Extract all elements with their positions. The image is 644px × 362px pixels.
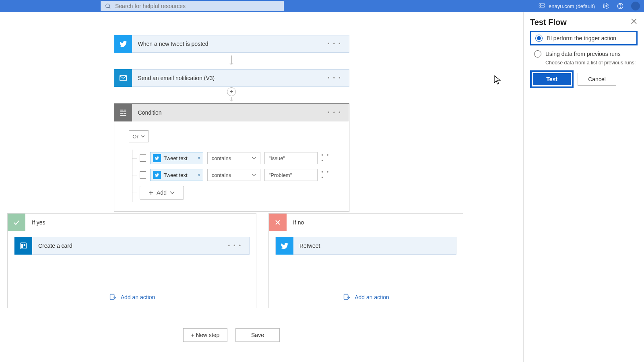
svg-point-0 [106, 4, 109, 8]
remove-token-icon[interactable]: × [198, 155, 200, 161]
logic-label: Or [132, 134, 138, 140]
trello-icon [14, 237, 32, 255]
rule-menu-icon[interactable]: • • • [322, 152, 334, 164]
branch-yes-header[interactable]: If yes [8, 214, 256, 231]
svg-point-8 [620, 7, 620, 8]
radio-manual[interactable]: I'll perform the trigger action [530, 31, 638, 45]
add-rule-row: Add [132, 183, 334, 202]
environment-label: enayu.com (default) [549, 3, 595, 9]
rule-tree: Tweet text × contains "Issue" • • • [132, 150, 334, 202]
chevron-down-icon [252, 173, 256, 177]
environment-picker[interactable]: enayu.com (default) [538, 2, 595, 10]
branch-yes: If yes Create a card • • • Add an action [7, 213, 256, 308]
condition-card[interactable]: Condition • • • Or Tweet text × [114, 103, 349, 212]
branch-no-header[interactable]: If no [269, 214, 463, 231]
rule-token-label: Tweet text [163, 155, 187, 161]
add-action-yes[interactable]: Add an action [109, 293, 155, 301]
rule-operator-label: contains [212, 172, 231, 178]
step-retweet[interactable]: Retweet [275, 237, 456, 255]
logic-selector[interactable]: Or [129, 130, 149, 142]
step-menu-icon[interactable]: • • • [328, 110, 341, 115]
rule-value[interactable]: "Issue" [264, 152, 318, 164]
add-rule-label: Add [157, 189, 167, 196]
settings-icon[interactable] [602, 2, 609, 10]
rule-menu-icon[interactable]: • • • [322, 169, 334, 181]
cancel-button[interactable]: Cancel [578, 73, 616, 86]
condition-title: Condition [132, 109, 162, 116]
rule-checkbox[interactable] [140, 154, 147, 162]
twitter-icon [114, 35, 132, 53]
step-menu-icon[interactable]: • • • [228, 243, 242, 249]
topbar-right: enayu.com (default) [538, 0, 640, 12]
step-menu-icon[interactable]: • • • [328, 41, 341, 47]
search-icon [105, 3, 111, 9]
radio-manual-label: I'll perform the trigger action [547, 35, 616, 41]
svg-rect-15 [21, 244, 23, 248]
radio-previous-hint: Choose data from a list of previous runs… [530, 60, 638, 66]
chevron-down-icon [141, 134, 145, 138]
step-email[interactable]: Send an email notification (V3) • • • [114, 69, 349, 87]
close-icon [631, 19, 637, 24]
test-button[interactable]: Test [533, 73, 571, 85]
step-trigger[interactable]: When a new tweet is posted • • • [114, 35, 349, 53]
add-action-icon [109, 293, 117, 301]
condition-body: Or Tweet text × contains [114, 121, 349, 212]
add-action-icon [343, 293, 351, 301]
new-step-button[interactable]: + New step [183, 328, 227, 342]
save-button[interactable]: Save [235, 328, 280, 342]
panel-title: Test Flow [530, 18, 638, 27]
search-input[interactable] [115, 3, 280, 9]
bottom-actions: + New step Save [0, 328, 463, 342]
rule-token[interactable]: Tweet text × [150, 152, 203, 164]
condition-branches: If yes Create a card • • • Add an action [7, 213, 463, 308]
rule-row: Tweet text × contains "Problem" • • • [132, 167, 334, 183]
radio-previous-label: Using data from previous runs [545, 51, 621, 57]
rule-value-text: "Issue" [269, 155, 285, 161]
step-create-card[interactable]: Create a card • • • [14, 237, 250, 255]
rule-value[interactable]: "Problem" [264, 169, 318, 181]
rule-token[interactable]: Tweet text × [150, 169, 203, 181]
insert-step-button[interactable]: + [227, 87, 236, 96]
radio-icon [534, 50, 541, 58]
step-create-card-label: Create a card [32, 243, 72, 249]
avatar[interactable] [631, 2, 640, 10]
top-bar: enayu.com (default) [0, 0, 644, 12]
rule-value-text: "Problem" [269, 172, 292, 178]
add-rule-button[interactable]: Add [140, 186, 184, 200]
add-action-label: Add an action [355, 294, 389, 300]
rule-operator-label: contains [212, 155, 231, 161]
rule-operator[interactable]: contains [207, 152, 260, 164]
radio-icon [535, 35, 543, 42]
chevron-down-icon [252, 156, 256, 160]
add-action-no[interactable]: Add an action [343, 293, 389, 301]
chevron-down-icon [170, 190, 175, 195]
close-panel-button[interactable] [630, 17, 638, 26]
rule-operator[interactable]: contains [207, 169, 260, 181]
condition-icon [114, 104, 132, 121]
step-retweet-label: Retweet [293, 243, 320, 249]
search-box[interactable] [101, 1, 284, 11]
radio-previous[interactable]: Using data from previous runs [530, 49, 638, 59]
rule-token-label: Tweet text [163, 172, 187, 178]
flow-canvas: When a new tweet is posted • • • Send an… [0, 12, 463, 362]
connector-with-plus: + [227, 87, 236, 103]
plus-icon [149, 190, 153, 195]
remove-token-icon[interactable]: × [198, 172, 200, 178]
environment-icon [538, 2, 545, 10]
connector-arrow [229, 53, 234, 69]
twitter-icon [153, 154, 161, 162]
mail-icon [114, 69, 132, 87]
rule-row: Tweet text × contains "Issue" • • • [132, 150, 334, 167]
svg-point-5 [540, 6, 541, 7]
step-trigger-label: When a new tweet is posted [132, 41, 208, 47]
twitter-icon [276, 237, 293, 255]
close-icon [269, 214, 287, 231]
help-icon[interactable] [617, 2, 624, 10]
svg-rect-17 [110, 294, 114, 300]
rule-checkbox[interactable] [140, 171, 147, 179]
condition-header[interactable]: Condition • • • [114, 104, 349, 121]
svg-point-6 [605, 5, 607, 7]
svg-rect-16 [24, 244, 25, 246]
step-menu-icon[interactable]: • • • [328, 75, 341, 81]
twitter-icon [153, 171, 161, 179]
